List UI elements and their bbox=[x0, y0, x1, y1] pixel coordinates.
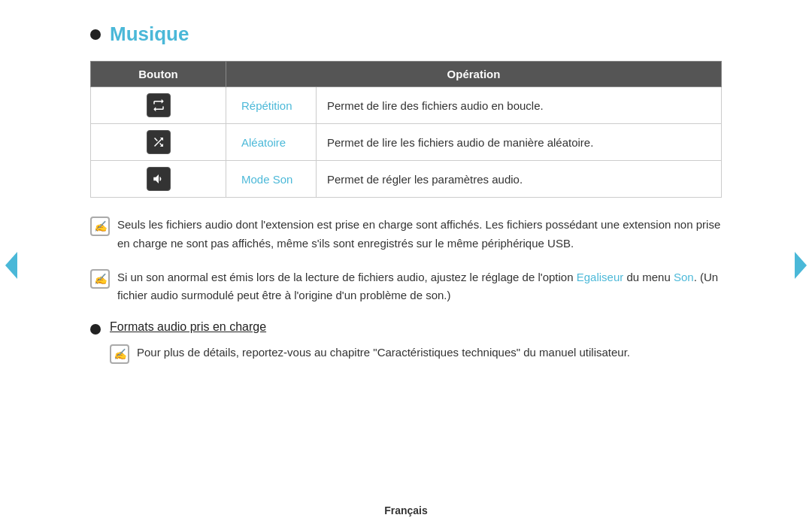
page-footer: Français bbox=[0, 504, 812, 516]
page-title: Musique bbox=[90, 23, 722, 46]
next-page-button[interactable] bbox=[789, 250, 812, 280]
table-row: Aléatoire Permet de lire les fichiers au… bbox=[91, 124, 722, 161]
note-text-1: Seuls les fichiers audio dont l'extensio… bbox=[117, 216, 722, 253]
music-table: Bouton Opération Répétition Permet de li… bbox=[90, 61, 722, 198]
desc-repetition: Permet de lire des fichiers audio en bou… bbox=[317, 87, 722, 124]
button-cell-repeat bbox=[91, 87, 226, 124]
formats-label: Formats audio pris en charge bbox=[110, 320, 266, 334]
desc-aleatoire: Permet de lire les fichiers audio de man… bbox=[317, 124, 722, 161]
label-aleatoire: Aléatoire bbox=[226, 124, 317, 161]
formats-audio-section: Formats audio pris en charge bbox=[90, 320, 722, 335]
repeat-icon bbox=[147, 93, 171, 117]
language-label: Français bbox=[384, 504, 428, 516]
info-block-1: ✍ Seuls les fichiers audio dont l'extens… bbox=[90, 216, 722, 253]
note-text-2: Si un son anormal est émis lors de la le… bbox=[117, 268, 722, 306]
note2-text-before: Si un son anormal est émis lors de la le… bbox=[117, 271, 577, 283]
label-repetition: Répétition bbox=[226, 87, 317, 124]
note2-egaliseur: Egaliseur bbox=[577, 271, 624, 283]
note2-text-middle: du menu bbox=[623, 271, 674, 283]
table-row: Mode Son Permet de régler les paramètres… bbox=[91, 161, 722, 198]
note2-son: Son bbox=[674, 271, 694, 283]
svg-marker-1 bbox=[795, 252, 807, 279]
sub-note-icon: ✍ bbox=[110, 344, 129, 364]
svg-marker-0 bbox=[5, 252, 17, 279]
title-text: Musique bbox=[110, 23, 189, 46]
label-mode-son: Mode Son bbox=[226, 161, 317, 198]
sound-mode-icon bbox=[147, 167, 171, 191]
button-cell-sound bbox=[91, 161, 226, 198]
info-block-2: ✍ Si un son anormal est émis lors de la … bbox=[90, 268, 722, 306]
note-icon-2: ✍ bbox=[90, 269, 110, 289]
sub-info-block: ✍ Pour plus de détails, reportez-vous au… bbox=[110, 344, 722, 364]
button-cell-shuffle bbox=[91, 124, 226, 161]
previous-page-button[interactable] bbox=[0, 250, 23, 280]
desc-mode-son: Permet de régler les paramètres audio. bbox=[317, 161, 722, 198]
col-header-operation: Opération bbox=[226, 62, 722, 87]
sub-note-text: Pour plus de détails, reportez-vous au c… bbox=[137, 344, 630, 362]
title-bullet bbox=[90, 29, 101, 40]
note-icon-1: ✍ bbox=[90, 217, 110, 236]
shuffle-icon bbox=[147, 130, 171, 154]
col-header-bouton: Bouton bbox=[91, 62, 226, 87]
formats-bullet bbox=[90, 324, 101, 335]
table-row: Répétition Permet de lire des fichiers a… bbox=[91, 87, 722, 124]
